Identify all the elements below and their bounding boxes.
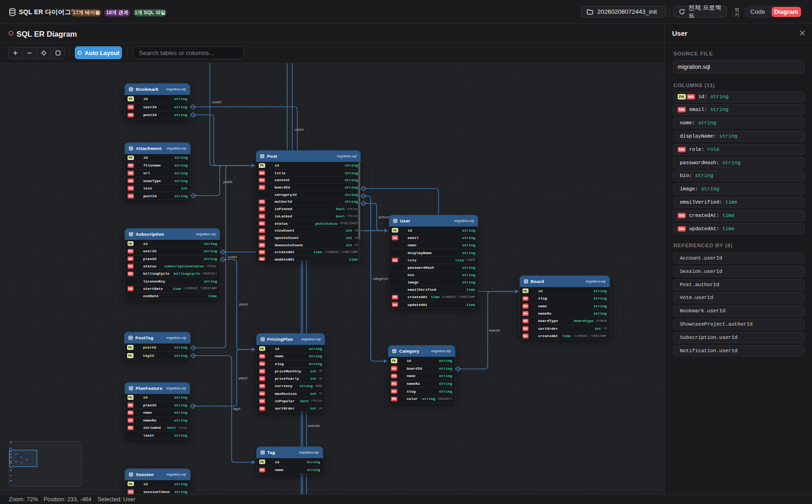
svg-text:postId: postId	[212, 100, 221, 104]
svg-text:tagId: tagId	[233, 407, 240, 411]
svg-text:planId: planId	[239, 303, 248, 306]
svg-text:authorId: authorId	[378, 216, 390, 219]
svg-text:postId: postId	[228, 255, 237, 259]
svg-text:authorId: authorId	[308, 424, 320, 427]
svg-text:categoryId: categoryId	[373, 277, 388, 281]
svg-text:postId: postId	[223, 180, 232, 184]
svg-text:boardId: boardId	[489, 329, 500, 332]
svg-text:userId: userId	[295, 128, 304, 131]
svg-text:planId: planId	[239, 377, 247, 380]
